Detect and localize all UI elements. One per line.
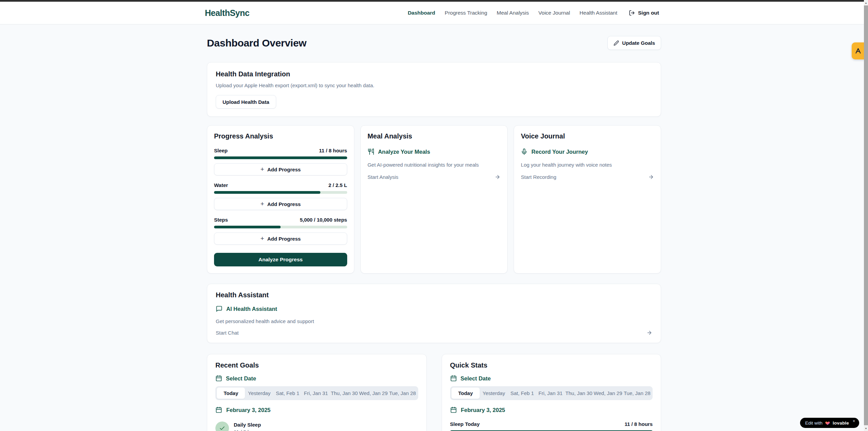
sleep-label: Sleep (214, 148, 228, 153)
meal-analysis-card: Meal Analysis Analyze Your Meals Get AI-… (360, 125, 508, 274)
date-tab-thu-jan-30[interactable]: Thu, Jan 30 (565, 388, 593, 399)
meal-analysis-description: Get AI-powered nutritional insights for … (368, 162, 501, 168)
microphone-icon (521, 148, 528, 155)
water-metric: Water 2 / 2.5 L + Add Progress (214, 182, 347, 210)
date-tab-today[interactable]: Today (217, 388, 245, 399)
lovable-label: lovable (833, 420, 849, 426)
arrow-right-icon (646, 330, 652, 336)
main-nav: Dashboard Progress Tracking Meal Analysi… (408, 10, 659, 16)
nav-health-assistant[interactable]: Health Assistant (580, 10, 617, 16)
edit-with-lovable-badge[interactable]: Edit with lovable × (800, 418, 859, 428)
water-value: 2 / 2.5 L (329, 182, 347, 188)
nav-voice-journal[interactable]: Voice Journal (538, 10, 570, 16)
logout-icon (629, 10, 635, 16)
analyze-progress-button[interactable]: Analyze Progress (214, 253, 347, 266)
voice-journal-card: Voice Journal Record Your Journey Log yo… (514, 125, 661, 274)
date-tabs: Today Yesterday Sat, Feb 1 Fri, Jan 31 T… (215, 386, 418, 400)
date-tab-thu-jan-30[interactable]: Thu, Jan 30 (330, 388, 358, 399)
heart-icon (825, 420, 830, 426)
progress-analysis-card: Progress Analysis Sleep 11 / 8 hours + A… (207, 125, 354, 274)
start-recording-label: Start Recording (521, 174, 556, 180)
vertical-scrollbar[interactable]: ▲ ▼ (864, 0, 868, 431)
sleep-progress-bar (214, 156, 347, 159)
steps-value: 5,000 / 10,000 steps (300, 217, 347, 223)
selected-date-row[interactable]: February 3, 2025 (215, 407, 418, 413)
date-tab-fri-jan-31[interactable]: Fri, Jan 31 (536, 388, 565, 399)
record-your-journey-label: Record Your Journey (531, 149, 588, 155)
scroll-up-button[interactable]: ▲ (864, 0, 868, 5)
selected-date-label: February 3, 2025 (226, 407, 270, 413)
page-title: Dashboard Overview (207, 37, 306, 49)
add-water-progress-button[interactable]: + Add Progress (214, 198, 347, 210)
brand-logo[interactable]: HealthSync (205, 8, 249, 18)
select-date-button[interactable]: Select Date (215, 375, 418, 382)
recent-goals-title: Recent Goals (215, 361, 418, 369)
upload-health-data-button[interactable]: Upload Health Data (216, 95, 276, 109)
utensils-icon (368, 148, 374, 155)
arrow-right-icon (648, 174, 654, 180)
calendar-icon (450, 407, 457, 413)
voice-journal-description: Log your health journey with voice notes (521, 162, 654, 168)
select-date-label: Select Date (461, 375, 491, 382)
steps-label: Steps (214, 217, 228, 223)
add-progress-label: Add Progress (267, 236, 301, 242)
start-chat-row[interactable]: Start Chat (216, 330, 652, 336)
nav-dashboard[interactable]: Dashboard (408, 10, 435, 16)
lovable-fab-button[interactable] (852, 42, 865, 59)
date-tab-today[interactable]: Today (451, 388, 480, 399)
date-tab-yesterday[interactable]: Yesterday (245, 388, 273, 399)
date-tab-yesterday[interactable]: Yesterday (480, 388, 508, 399)
ai-health-assistant-link[interactable]: AI Health Assistant (216, 305, 652, 312)
sign-out-button[interactable]: Sign out (629, 10, 659, 16)
plus-icon: + (261, 166, 264, 172)
chat-bubble-icon (216, 305, 223, 312)
date-tab-fri-jan-31[interactable]: Fri, Jan 31 (302, 388, 330, 399)
start-recording-row[interactable]: Start Recording (521, 174, 654, 180)
selected-date-label: February 3, 2025 (461, 407, 505, 413)
add-progress-label: Add Progress (267, 201, 301, 207)
health-assistant-title: Health Assistant (216, 291, 652, 299)
plus-icon: + (261, 201, 264, 207)
steps-progress-bar (214, 226, 347, 228)
start-analysis-row[interactable]: Start Analysis (368, 174, 501, 180)
date-tab-tue-jan-28[interactable]: Tue, Jan 28 (388, 388, 417, 399)
select-date-label: Select Date (226, 375, 256, 382)
nav-meal-analysis[interactable]: Meal Analysis (497, 10, 529, 16)
health-assistant-card: Health Assistant AI Health Assistant Get… (207, 284, 661, 343)
add-sleep-progress-button[interactable]: + Add Progress (214, 163, 347, 175)
sleep-metric: Sleep 11 / 8 hours + Add Progress (214, 148, 347, 175)
date-tab-sat-feb-1[interactable]: Sat, Feb 1 (273, 388, 302, 399)
sleep-today-label: Sleep Today (450, 421, 480, 427)
sign-out-label: Sign out (638, 10, 659, 16)
sleep-today-value: 11 / 8 hours (624, 421, 653, 427)
date-tab-wed-jan-29[interactable]: Wed, Jan 29 (358, 388, 388, 399)
add-steps-progress-button[interactable]: + Add Progress (214, 232, 347, 245)
record-your-journey-link[interactable]: Record Your Journey (521, 148, 654, 155)
close-icon[interactable]: × (853, 419, 855, 424)
analyze-your-meals-link[interactable]: Analyze Your Meals (368, 148, 501, 155)
analyze-your-meals-label: Analyze Your Meals (378, 149, 430, 155)
steps-metric: Steps 5,000 / 10,000 steps + Add Progres… (214, 217, 347, 245)
date-tab-sat-feb-1[interactable]: Sat, Feb 1 (508, 388, 536, 399)
scroll-down-button[interactable]: ▼ (864, 426, 868, 431)
meal-analysis-title: Meal Analysis (368, 132, 501, 140)
water-label: Water (214, 182, 228, 188)
update-goals-button[interactable]: Update Goals (607, 36, 661, 50)
select-date-button[interactable]: Select Date (450, 375, 653, 382)
edit-with-label: Edit with (805, 420, 822, 426)
water-progress-bar (214, 191, 347, 194)
goal-name: Daily Sleep (234, 422, 261, 428)
start-analysis-label: Start Analysis (368, 174, 398, 180)
recent-goals-card: Recent Goals Select Date Today Yesterday… (207, 354, 427, 431)
scrollbar-thumb[interactable] (864, 5, 868, 425)
selected-date-row[interactable]: February 3, 2025 (450, 407, 653, 413)
calendar-icon (450, 375, 457, 382)
start-chat-label: Start Chat (216, 330, 239, 336)
app-header: HealthSync Dashboard Progress Tracking M… (0, 2, 864, 24)
integration-title: Health Data Integration (216, 70, 652, 78)
arrow-right-icon (495, 174, 500, 180)
quick-stats-card: Quick Stats Select Date Today Yesterday … (442, 354, 661, 431)
date-tab-wed-jan-29[interactable]: Wed, Jan 29 (593, 388, 623, 399)
nav-progress-tracking[interactable]: Progress Tracking (445, 10, 487, 16)
date-tab-tue-jan-28[interactable]: Tue, Jan 28 (623, 388, 651, 399)
